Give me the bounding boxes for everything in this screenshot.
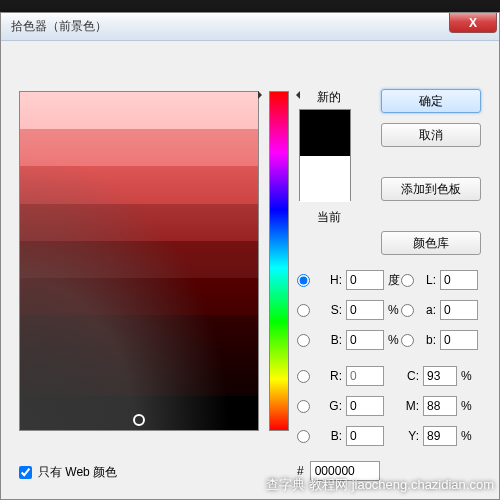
cmyk-group: C: % M: % Y: % bbox=[401, 363, 475, 453]
web-colors-checkbox[interactable] bbox=[19, 466, 32, 479]
s-label: S: bbox=[312, 303, 346, 317]
close-icon: X bbox=[469, 16, 477, 30]
b-hsb-unit: % bbox=[384, 333, 402, 347]
close-button[interactable]: X bbox=[449, 13, 497, 33]
a-input[interactable] bbox=[440, 300, 478, 320]
b-lab-radio[interactable] bbox=[401, 334, 414, 347]
s-radio[interactable] bbox=[297, 304, 310, 317]
s-unit: % bbox=[384, 303, 402, 317]
dialog-body: 新的 当前 确定 取消 添加到色板 颜色库 H: 度 S: % bbox=[1, 41, 499, 499]
add-swatch-button[interactable]: 添加到色板 bbox=[381, 177, 481, 201]
m-label: M: bbox=[401, 399, 423, 413]
b-hsb-radio[interactable] bbox=[297, 334, 310, 347]
h-input[interactable] bbox=[346, 270, 384, 290]
hex-group: # bbox=[297, 461, 380, 481]
c-input[interactable] bbox=[423, 366, 457, 386]
r-input[interactable] bbox=[346, 366, 384, 386]
a-label: a: bbox=[416, 303, 440, 317]
g-label: G: bbox=[312, 399, 346, 413]
titlebar[interactable]: 拾色器（前景色） X bbox=[1, 13, 499, 41]
cancel-button[interactable]: 取消 bbox=[381, 123, 481, 147]
hex-label: # bbox=[297, 464, 304, 478]
c-unit: % bbox=[457, 369, 475, 383]
a-radio[interactable] bbox=[401, 304, 414, 317]
g-radio[interactable] bbox=[297, 400, 310, 413]
window-title: 拾色器（前景色） bbox=[5, 18, 107, 35]
color-picker-window: 拾色器（前景色） X 新的 当前 确定 取消 添加到色板 颜色库 H: 度 bbox=[0, 12, 500, 500]
l-input[interactable] bbox=[440, 270, 478, 290]
s-input[interactable] bbox=[346, 300, 384, 320]
current-color-preview[interactable] bbox=[300, 156, 350, 202]
b-hsb-input[interactable] bbox=[346, 330, 384, 350]
web-colors-label: 只有 Web 颜色 bbox=[38, 464, 117, 481]
color-field[interactable] bbox=[19, 91, 259, 431]
r-radio[interactable] bbox=[297, 370, 310, 383]
hex-input[interactable] bbox=[310, 461, 380, 481]
b-rgb-input[interactable] bbox=[346, 426, 384, 446]
ok-button[interactable]: 确定 bbox=[381, 89, 481, 113]
picker-marker-icon[interactable] bbox=[133, 414, 145, 426]
b-rgb-radio[interactable] bbox=[297, 430, 310, 443]
new-color-preview bbox=[300, 110, 350, 156]
hue-slider-thumb-icon[interactable] bbox=[266, 91, 292, 99]
h-label: H: bbox=[312, 273, 346, 287]
c-label: C: bbox=[401, 369, 423, 383]
web-colors-only[interactable]: 只有 Web 颜色 bbox=[19, 464, 117, 481]
h-radio[interactable] bbox=[297, 274, 310, 287]
new-color-label: 新的 bbox=[299, 89, 359, 106]
y-unit: % bbox=[457, 429, 475, 443]
b-lab-label: b: bbox=[416, 333, 440, 347]
color-swatch bbox=[299, 109, 351, 201]
b-rgb-label: B: bbox=[312, 429, 346, 443]
r-label: R: bbox=[312, 369, 346, 383]
b-hsb-label: B: bbox=[312, 333, 346, 347]
current-color-label: 当前 bbox=[299, 209, 359, 226]
hue-slider[interactable] bbox=[269, 91, 289, 431]
g-input[interactable] bbox=[346, 396, 384, 416]
m-unit: % bbox=[457, 399, 475, 413]
y-input[interactable] bbox=[423, 426, 457, 446]
lab-group: L: a: b: bbox=[401, 267, 478, 357]
y-label: Y: bbox=[401, 429, 423, 443]
l-label: L: bbox=[416, 273, 440, 287]
m-input[interactable] bbox=[423, 396, 457, 416]
color-library-button[interactable]: 颜色库 bbox=[381, 231, 481, 255]
h-unit: 度 bbox=[384, 272, 402, 289]
b-lab-input[interactable] bbox=[440, 330, 478, 350]
l-radio[interactable] bbox=[401, 274, 414, 287]
